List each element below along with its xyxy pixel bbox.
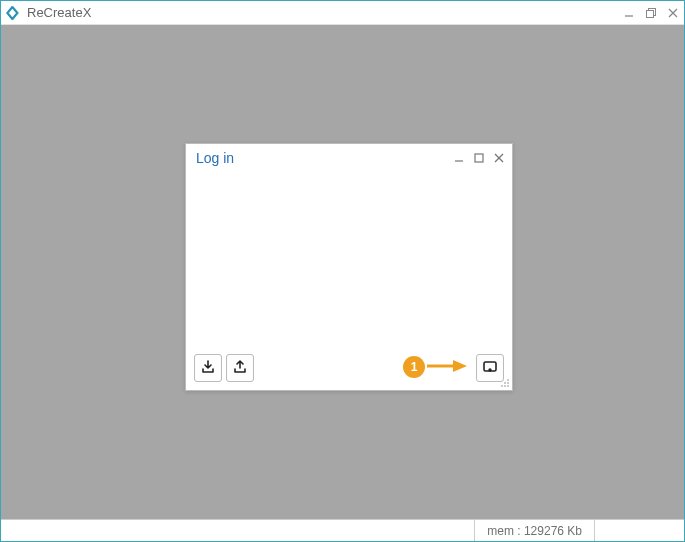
resize-grip[interactable]: [498, 376, 510, 388]
svg-rect-2: [647, 10, 654, 17]
svg-point-10: [488, 368, 491, 371]
svg-point-12: [504, 382, 506, 384]
login-dialog: Log in: [185, 143, 513, 391]
dialog-body: [186, 170, 512, 390]
download-button[interactable]: [194, 354, 222, 382]
dialog-controls: [452, 151, 506, 165]
window-controls: [622, 6, 680, 20]
svg-point-13: [507, 382, 509, 384]
app-title: ReCreateX: [27, 5, 622, 20]
upload-button[interactable]: [226, 354, 254, 382]
download-icon: [200, 359, 216, 378]
dialog-maximize-button[interactable]: [472, 151, 486, 165]
dialog-toolbar: [194, 352, 504, 384]
svg-point-15: [504, 385, 506, 387]
dialog-title: Log in: [196, 150, 452, 166]
minimize-button[interactable]: [622, 6, 636, 20]
titlebar: ReCreateX: [1, 1, 684, 25]
maximize-button[interactable]: [644, 6, 658, 20]
popout-icon: [482, 359, 498, 378]
content-area: Log in: [1, 25, 684, 519]
dialog-minimize-button[interactable]: [452, 151, 466, 165]
main-window: ReCreateX Log in: [0, 0, 685, 542]
status-empty-cell: [594, 520, 684, 541]
status-memory: mem : 129276 Kb: [474, 520, 594, 541]
close-button[interactable]: [666, 6, 680, 20]
svg-point-11: [507, 379, 509, 381]
dialog-close-button[interactable]: [492, 151, 506, 165]
svg-point-16: [507, 385, 509, 387]
svg-rect-6: [475, 154, 483, 162]
svg-point-14: [501, 385, 503, 387]
statusbar: mem : 129276 Kb: [1, 519, 684, 541]
app-icon: [5, 5, 21, 21]
upload-icon: [232, 359, 248, 378]
dialog-titlebar: Log in: [186, 144, 512, 170]
